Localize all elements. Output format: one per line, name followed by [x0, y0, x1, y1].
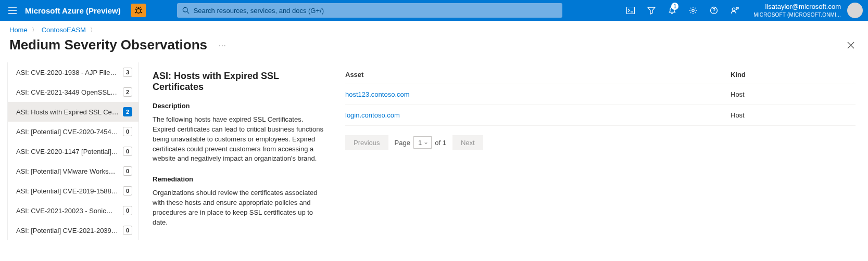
header-actions: 1 [618, 0, 747, 21]
bug-icon [134, 6, 143, 15]
observation-item[interactable]: ASI: CVE-2020-1147 [Potential] .N... 0 [8, 141, 139, 161]
asset-row: host123.contoso.com Host [345, 84, 856, 105]
observation-label: ASI: [Potential] CVE-2019-15880 -... [16, 187, 123, 195]
observation-label: ASI: CVE-2020-1147 [Potential] .N... [16, 148, 123, 155]
description-text: The following hosts have expired SSL Cer… [153, 115, 324, 164]
observation-item[interactable]: ASI: [Potential] CVE-2020-7454 - ... 0 [8, 122, 139, 141]
asset-row: login.contoso.com Host [345, 105, 856, 126]
observation-label: ASI: Hosts with Expired SSL Certifi... [16, 108, 123, 116]
count-badge: 2 [123, 107, 132, 116]
account-email: lisataylor@microsoft.com [765, 3, 841, 11]
asset-kind: Host [731, 90, 856, 98]
global-search[interactable] [177, 3, 562, 18]
count-badge: 0 [123, 127, 132, 136]
pagination: Previous Page 1 of 1 Next [345, 126, 856, 150]
observation-label: ASI: [Potential] VMware Workspac... [16, 167, 123, 175]
vertical-divider [139, 62, 139, 240]
settings-button[interactable] [683, 0, 703, 21]
breadcrumb: Home 〉 ContosoEASM 〉 [0, 21, 868, 34]
count-badge: 0 [123, 186, 132, 195]
page-of-label: of 1 [435, 139, 446, 147]
asset-link[interactable]: host123.contoso.com [345, 90, 731, 98]
close-icon [847, 42, 854, 49]
remediation-heading: Remediation [153, 175, 324, 183]
avatar[interactable] [847, 3, 863, 18]
more-actions-button[interactable]: ··· [219, 41, 227, 49]
preview-feedback-button[interactable] [131, 4, 146, 17]
search-input[interactable] [194, 7, 557, 15]
count-badge: 0 [123, 147, 132, 156]
detail-title: ASI: Hosts with Expired SSL Certificates [153, 71, 324, 93]
remediation-text: Organizations should review the certific… [153, 188, 324, 227]
account-info[interactable]: lisataylor@microsoft.com MICROSOFT (MICR… [747, 3, 845, 18]
svg-point-3 [692, 9, 694, 11]
previous-page-button[interactable]: Previous [345, 135, 388, 150]
help-icon [710, 6, 718, 15]
feedback-button[interactable] [724, 0, 745, 21]
observation-item[interactable]: ASI: CVE-2021-20023 - SonicWall ... 0 [8, 201, 139, 220]
cloud-shell-button[interactable] [620, 0, 641, 21]
breadcrumb-link-resource[interactable]: ContosoEASM [42, 26, 86, 34]
count-badge: 0 [123, 206, 132, 215]
svg-point-6 [733, 8, 736, 11]
column-header-asset[interactable]: Asset [345, 71, 731, 79]
next-page-button[interactable]: Next [452, 135, 483, 150]
description-heading: Description [153, 102, 324, 110]
count-badge: 0 [123, 166, 132, 176]
observation-item-selected[interactable]: ASI: Hosts with Expired SSL Certifi... 2 [8, 102, 139, 122]
svg-point-5 [714, 12, 714, 12]
observation-item[interactable]: ASI: [Potential] CVE-2019-15880 -... 0 [8, 181, 139, 201]
close-blade-button[interactable] [847, 42, 859, 49]
cloud-shell-icon [626, 7, 635, 14]
asset-kind: Host [731, 111, 856, 119]
observation-label: ASI: [Potential] CVE-2021-20399 -... [16, 227, 123, 234]
observation-label: ASI: CVE-2021-20023 - SonicWall ... [16, 207, 123, 215]
brand-title[interactable]: Microsoft Azure (Preview) [25, 6, 129, 15]
count-badge: 3 [123, 68, 132, 77]
chevron-right-icon: 〉 [90, 26, 96, 34]
observation-item[interactable]: ASI: CVE-2021-3449 OpenSSL De... 2 [8, 82, 139, 102]
column-header-kind[interactable]: Kind [731, 71, 856, 79]
svg-rect-2 [627, 7, 635, 14]
account-tenant: MICROSOFT (MICROSOFT.ONMI... [753, 11, 841, 18]
page-header: Medium Severity Observations ··· [0, 34, 868, 62]
page-select[interactable]: 1 [413, 136, 432, 149]
directory-filter-button[interactable] [641, 0, 662, 21]
assets-table-header: Asset Kind [345, 71, 856, 84]
svg-point-1 [183, 7, 187, 12]
observation-label: ASI: CVE-2021-3449 OpenSSL De... [16, 88, 123, 96]
filter-icon [647, 6, 656, 15]
observation-item[interactable]: ASI: [Potential] CVE-2021-20399 -... 0 [8, 220, 139, 240]
gear-icon [689, 6, 697, 15]
count-badge: 0 [123, 226, 132, 235]
menu-toggle[interactable] [0, 0, 25, 21]
observation-label: ASI: CVE-2020-1938 - AJP File Re... [16, 69, 123, 76]
svg-point-0 [136, 9, 140, 13]
notification-badge: 1 [671, 3, 678, 10]
observations-list: ASI: CVE-2020-1938 - AJP File Re... 3 AS… [7, 62, 139, 240]
hamburger-icon [8, 7, 17, 14]
search-icon [182, 7, 190, 14]
observation-item[interactable]: ASI: [Potential] VMware Workspac... 0 [8, 161, 139, 181]
notifications-button[interactable]: 1 [662, 0, 683, 21]
count-badge: 2 [123, 87, 132, 97]
asset-link[interactable]: login.contoso.com [345, 111, 731, 119]
observation-label: ASI: [Potential] CVE-2020-7454 - ... [16, 128, 123, 136]
page-title: Medium Severity Observations [9, 37, 207, 53]
help-button[interactable] [703, 0, 724, 21]
person-feedback-icon [731, 6, 739, 15]
global-header: Microsoft Azure (Preview) 1 lisataylor@m… [0, 0, 868, 21]
chevron-right-icon: 〉 [32, 26, 37, 34]
breadcrumb-link-home[interactable]: Home [9, 26, 28, 34]
observation-item[interactable]: ASI: CVE-2020-1938 - AJP File Re... 3 [8, 62, 139, 82]
page-label: Page [395, 139, 410, 147]
detail-pane: ASI: Hosts with Expired SSL Certificates… [153, 62, 868, 240]
